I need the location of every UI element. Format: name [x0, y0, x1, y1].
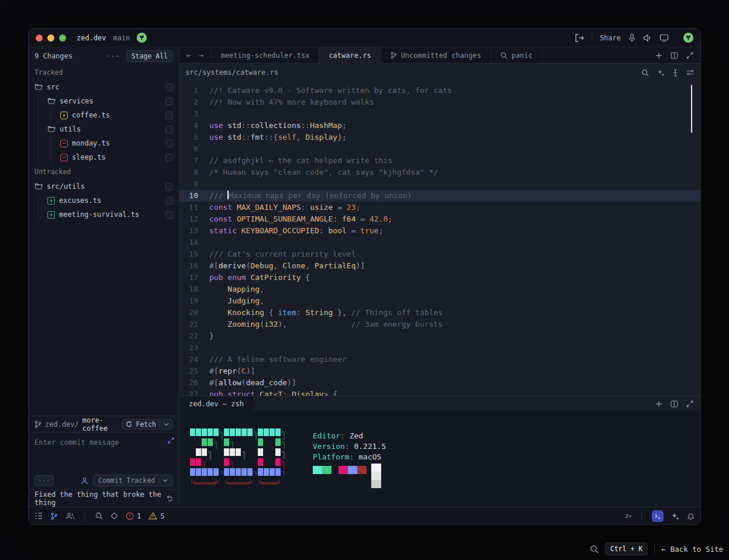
- assistant-sparkle-icon[interactable]: [671, 512, 679, 520]
- code-line-8[interactable]: 8/* Human says "clean code", cat says "k…: [179, 167, 700, 178]
- tree-row-coffee-ts[interactable]: •coffee.ts: [29, 108, 179, 122]
- code-line-25[interactable]: 25#[repr(C)]: [179, 365, 700, 377]
- zoom-window-button[interactable]: [59, 34, 66, 42]
- branch-name-label[interactable]: more-coffee: [82, 416, 119, 433]
- code-line-10[interactable]: 10/// Maximum naps per day (enforced by …: [179, 190, 700, 202]
- buffer-search-icon[interactable]: [641, 69, 649, 77]
- last-commit-message[interactable]: Fixed the thing that broke the thing: [34, 490, 166, 507]
- project-panel-icon[interactable]: [34, 512, 43, 520]
- tree-row-monday-ts[interactable]: −monday.ts: [29, 136, 179, 150]
- editor-controls-icon[interactable]: [686, 69, 695, 76]
- code-line-23[interactable]: 23: [179, 342, 700, 354]
- stage-all-button[interactable]: Stage All: [126, 50, 173, 62]
- code-line-1[interactable]: 1//! Catware v9.0 - Software written by …: [179, 85, 700, 96]
- tab-meeting-scheduler-tsx[interactable]: meeting-scheduler.tsx: [212, 47, 320, 63]
- commit-overflow-button[interactable]: ···: [34, 475, 54, 486]
- code-line-5[interactable]: 5use std::fmt::{self, Display};: [179, 132, 700, 143]
- breadcrumb[interactable]: src/systems/catware.rs: [185, 68, 278, 77]
- split-pane-icon[interactable]: [671, 52, 678, 59]
- terminal-panel[interactable]: Editor: ZedVersion: 0.221.5Platform: mac…: [179, 411, 700, 507]
- tree-row-excuses-ts[interactable]: +excuses.ts: [29, 193, 179, 208]
- stage-checkbox[interactable]: [165, 154, 173, 161]
- collab-panel-icon[interactable]: [65, 512, 75, 520]
- navigate-back-icon[interactable]: ←: [186, 51, 191, 60]
- tree-row-meeting-survival-ts[interactable]: +meeting-survival.ts: [29, 208, 179, 222]
- site-search-icon[interactable]: [590, 545, 599, 554]
- commit-tracked-button[interactable]: Commit Tracked: [93, 475, 173, 486]
- code-line-3[interactable]: 3: [179, 108, 700, 120]
- stage-checkbox[interactable]: [165, 84, 173, 91]
- code-line-24[interactable]: 24/// A feline software engineer: [179, 354, 700, 365]
- notifications-bell-icon[interactable]: [687, 512, 695, 520]
- code-line-22[interactable]: 22}: [179, 330, 700, 342]
- coauthor-icon[interactable]: [81, 477, 88, 485]
- warning-indicator[interactable]: 5: [148, 512, 164, 520]
- account-avatar[interactable]: [683, 33, 693, 43]
- undo-commit-icon[interactable]: [166, 495, 173, 502]
- minimize-window-button[interactable]: [47, 34, 54, 42]
- speaker-icon[interactable]: [643, 34, 652, 42]
- terminal-panel-icon[interactable]: [652, 510, 664, 522]
- code-line-7[interactable]: 7// asdfghjkl ← the cat helped write thi…: [179, 155, 700, 167]
- stage-checkbox[interactable]: [165, 126, 173, 133]
- error-indicator[interactable]: 1: [126, 512, 141, 520]
- inline-completion-icon[interactable]: z»: [625, 512, 631, 520]
- code-line-17[interactable]: 17pub enum CatPriority {: [179, 272, 700, 284]
- share-button[interactable]: Share: [600, 34, 621, 42]
- project-name[interactable]: zed.dev: [77, 34, 106, 42]
- back-to-site-link[interactable]: ← Back to Site: [661, 545, 723, 554]
- stage-checkbox[interactable]: [165, 112, 173, 119]
- chevron-down-icon[interactable]: [163, 479, 168, 482]
- code-line-18[interactable]: 18 Napping,: [179, 284, 700, 295]
- code-line-14[interactable]: 14: [179, 237, 700, 248]
- code-line-20[interactable]: 20 Knocking { item: String }, // Things …: [179, 307, 700, 319]
- code-line-2[interactable]: 2//! Now with 47% more keyboard walks: [179, 96, 700, 108]
- code-line-15[interactable]: 15/// Cat's current priority level: [179, 248, 700, 260]
- code-line-26[interactable]: 26#[allow(dead_code)]: [179, 377, 700, 389]
- git-panel-menu-icon[interactable]: ···: [106, 52, 120, 60]
- navigate-forward-icon[interactable]: →: [199, 51, 204, 60]
- new-tab-icon[interactable]: [655, 52, 662, 59]
- feedback-icon[interactable]: [110, 512, 118, 520]
- text-cursor-icon[interactable]: [673, 69, 678, 77]
- tree-row-utils[interactable]: utils: [29, 122, 179, 136]
- stage-checkbox[interactable]: [165, 183, 173, 191]
- editor-scrollbar[interactable]: [691, 85, 692, 133]
- code-editor[interactable]: 1//! Catware v9.0 - Software written by …: [179, 81, 700, 396]
- fetch-button[interactable]: Fetch: [122, 419, 173, 430]
- tab-uncommitted-changes[interactable]: Uncommitted changes: [381, 47, 491, 63]
- user-avatar[interactable]: [137, 33, 147, 43]
- code-line-13[interactable]: 13static KEYBOARD_OCCUPIED: bool = true;: [179, 225, 700, 237]
- maximize-terminal-icon[interactable]: [686, 400, 693, 407]
- code-line-6[interactable]: 6: [179, 143, 700, 155]
- code-line-16[interactable]: 16#[derive(Debug, Clone, PartialEq)]: [179, 260, 700, 272]
- stage-checkbox[interactable]: [165, 98, 173, 105]
- stage-checkbox[interactable]: [165, 197, 173, 205]
- branch-name-title[interactable]: main: [113, 34, 130, 42]
- chevron-down-icon[interactable]: [164, 423, 169, 426]
- code-line-4[interactable]: 4use std::collections::HashMap;: [179, 120, 700, 132]
- git-panel-icon[interactable]: [50, 512, 58, 520]
- leave-call-icon[interactable]: [575, 34, 584, 42]
- tab-catware-rs[interactable]: catware.rs: [319, 47, 381, 63]
- terminal-tab[interactable]: zed.dev — zsh: [179, 396, 254, 411]
- code-line-12[interactable]: 12const OPTIMAL_SUNBEAM_ANGLE: f64 = 42.…: [179, 213, 700, 225]
- close-window-button[interactable]: [36, 34, 43, 42]
- search-shortcut-kbd[interactable]: Ctrl + K: [605, 542, 648, 555]
- expand-commit-icon[interactable]: [168, 437, 174, 444]
- maximize-pane-icon[interactable]: [686, 52, 693, 59]
- stage-checkbox[interactable]: [165, 140, 173, 147]
- code-line-9[interactable]: 9: [179, 178, 700, 190]
- split-terminal-icon[interactable]: [671, 400, 678, 407]
- tab-panic[interactable]: panic: [491, 47, 543, 63]
- tree-row-src-utils[interactable]: src/utils: [29, 179, 179, 193]
- search-panel-icon[interactable]: [95, 512, 103, 520]
- code-line-27[interactable]: 27pub struct Cat<T: Display> {: [179, 389, 700, 396]
- new-terminal-icon[interactable]: [655, 400, 662, 407]
- tree-row-sleep-ts[interactable]: −sleep.ts: [29, 150, 179, 164]
- commit-message-input[interactable]: Enter commit message: [34, 438, 173, 447]
- screen-share-icon[interactable]: [659, 34, 669, 42]
- code-line-19[interactable]: 19 Judging,: [179, 295, 700, 307]
- tree-row-src[interactable]: src: [29, 80, 179, 94]
- code-line-11[interactable]: 11const MAX_DAILY_NAPS: usize = 23;: [179, 202, 700, 213]
